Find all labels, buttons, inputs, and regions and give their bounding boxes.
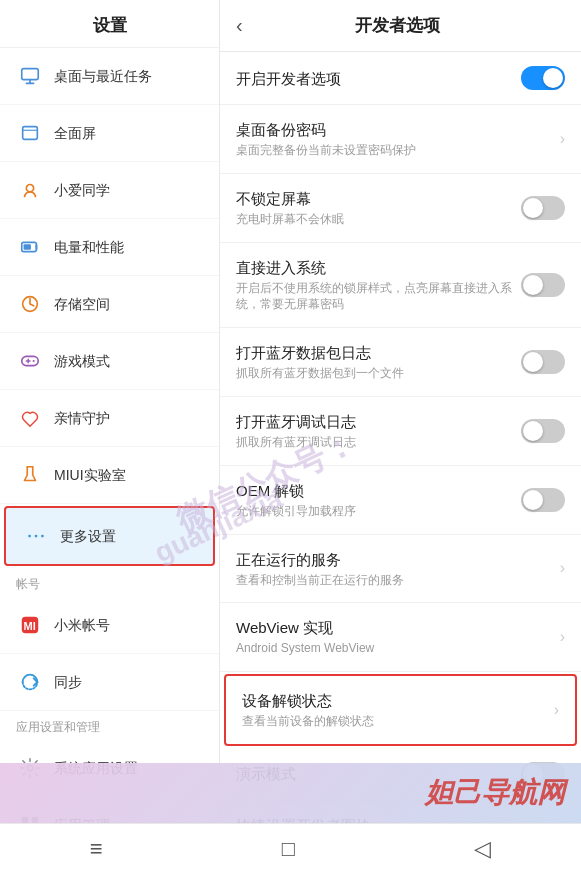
desktop-icon xyxy=(16,62,44,90)
xiaoai-icon xyxy=(16,176,44,204)
item-subtitle: 充电时屏幕不会休眠 xyxy=(236,211,521,228)
back-nav-button[interactable]: ≡ xyxy=(60,828,133,870)
list-item-running-services[interactable]: 正在运行的服务 查看和控制当前正在运行的服务 › xyxy=(220,535,581,604)
item-subtitle: 查看当前设备的解锁状态 xyxy=(242,713,550,730)
page-title: 开发者选项 xyxy=(255,14,541,37)
more-icon xyxy=(22,522,50,550)
item-subtitle: 抓取所有蓝牙数据包到一个文件 xyxy=(236,365,521,382)
sidebar-item-fullscreen[interactable]: 全面屏 xyxy=(0,105,219,162)
item-subtitle: 开启后不使用系统的锁屏样式，点亮屏幕直接进入系统，常要无屏幕密码 xyxy=(236,280,521,314)
list-item-direct-system[interactable]: 直接进入系统 开启后不使用系统的锁屏样式，点亮屏幕直接进入系统，常要无屏幕密码 xyxy=(220,243,581,329)
svg-rect-1 xyxy=(23,127,38,140)
svg-text:MI: MI xyxy=(24,620,36,632)
item-subtitle: Android System WebView xyxy=(236,640,556,657)
toggle-direct-system[interactable] xyxy=(521,273,565,297)
account-section-label: 帐号 xyxy=(0,568,219,597)
recents-nav-button[interactable]: ◁ xyxy=(444,828,521,870)
sidebar-item-desktop[interactable]: 桌面与最近任务 xyxy=(0,48,219,105)
item-subtitle: 查看和控制当前正在运行的服务 xyxy=(236,572,556,589)
svg-point-7 xyxy=(33,360,35,362)
bottom-nav: ≡ □ ◁ xyxy=(0,823,581,873)
content-list: 开启开发者选项 桌面备份密码 桌面完整备份当前未设置密码保护 xyxy=(220,52,581,823)
toggle-bluetooth-debug[interactable] xyxy=(521,419,565,443)
sidebar-item-label: 亲情守护 xyxy=(54,409,110,427)
sidebar-item-storage[interactable]: 存储空间 xyxy=(0,276,219,333)
svg-point-8 xyxy=(28,535,31,538)
lab-icon xyxy=(16,461,44,489)
list-item-unlock-screen[interactable]: 不锁定屏幕 充电时屏幕不会休眠 xyxy=(220,174,581,243)
sidebar-item-label: 桌面与最近任务 xyxy=(54,67,152,85)
item-title: WebView 实现 xyxy=(236,617,556,638)
item-subtitle: 允许解锁引导加载程序 xyxy=(236,503,521,520)
item-title: 设备解锁状态 xyxy=(242,690,550,711)
item-title: 打开蓝牙数据包日志 xyxy=(236,342,521,363)
back-button[interactable]: ‹ xyxy=(236,14,243,37)
bottom-watermark-text: 妲己导航网 xyxy=(425,774,565,812)
content-panel: ‹ 开发者选项 开启开发者选项 xyxy=(220,0,581,823)
item-title: 桌面备份密码 xyxy=(236,119,556,140)
svg-rect-0 xyxy=(22,69,39,80)
list-item-oem-unlock[interactable]: OEM 解锁 允许解锁引导加载程序 xyxy=(220,466,581,535)
sidebar: 设置 桌面与最近任务 xyxy=(0,0,220,823)
chevron-icon: › xyxy=(560,130,565,148)
sidebar-item-label: 全面屏 xyxy=(54,124,96,142)
toggle-bluetooth-log[interactable] xyxy=(521,350,565,374)
svg-point-2 xyxy=(26,185,33,192)
battery-icon xyxy=(16,233,44,261)
bottom-watermark: 妲己导航网 xyxy=(0,763,581,823)
sync-icon xyxy=(16,668,44,696)
sidebar-item-label: 小米帐号 xyxy=(54,616,110,634)
sidebar-item-mi-account[interactable]: MI 小米帐号 xyxy=(0,597,219,654)
list-item-enable-dev[interactable]: 开启开发者选项 xyxy=(220,52,581,105)
list-item-device-unlock[interactable]: 设备解锁状态 查看当前设备的解锁状态 › xyxy=(224,674,577,746)
sidebar-item-more[interactable]: 更多设置 xyxy=(4,506,215,566)
toggle-oem-unlock[interactable] xyxy=(521,488,565,512)
list-item-webview[interactable]: WebView 实现 Android System WebView › xyxy=(220,603,581,672)
item-subtitle: 桌面完整备份当前未设置密码保护 xyxy=(236,142,556,159)
svg-rect-4 xyxy=(24,244,31,250)
toggle-enable-dev[interactable] xyxy=(521,66,565,90)
sidebar-item-miui[interactable]: MIUI实验室 xyxy=(0,447,219,504)
mi-icon: MI xyxy=(16,611,44,639)
item-subtitle: 抓取所有蓝牙调试日志 xyxy=(236,434,521,451)
sidebar-item-label: 小爱同学 xyxy=(54,181,110,199)
sidebar-item-label: 同步 xyxy=(54,673,82,691)
sidebar-item-label: 更多设置 xyxy=(60,527,116,545)
item-title: 不锁定屏幕 xyxy=(236,188,521,209)
chevron-icon: › xyxy=(554,701,559,719)
list-item-bluetooth-log[interactable]: 打开蓝牙数据包日志 抓取所有蓝牙数据包到一个文件 xyxy=(220,328,581,397)
item-title: 打开蓝牙调试日志 xyxy=(236,411,521,432)
sidebar-item-game[interactable]: 游戏模式 xyxy=(0,333,219,390)
storage-icon xyxy=(16,290,44,318)
sidebar-item-label: 电量和性能 xyxy=(54,238,124,256)
chevron-icon: › xyxy=(560,628,565,646)
content-header: ‹ 开发者选项 xyxy=(220,0,581,52)
item-title: OEM 解锁 xyxy=(236,480,521,501)
sidebar-item-label: MIUI实验室 xyxy=(54,466,126,484)
svg-point-9 xyxy=(35,535,38,538)
toggle-unlock-screen[interactable] xyxy=(521,196,565,220)
item-title: 正在运行的服务 xyxy=(236,549,556,570)
sidebar-header: 设置 xyxy=(0,0,219,48)
chevron-icon: › xyxy=(560,559,565,577)
sidebar-item-family[interactable]: 亲情守护 xyxy=(0,390,219,447)
list-item-bluetooth-debug[interactable]: 打开蓝牙调试日志 抓取所有蓝牙调试日志 xyxy=(220,397,581,466)
sidebar-item-battery[interactable]: 电量和性能 xyxy=(0,219,219,276)
list-item-desktop-backup[interactable]: 桌面备份密码 桌面完整备份当前未设置密码保护 › xyxy=(220,105,581,174)
game-icon xyxy=(16,347,44,375)
item-title: 开启开发者选项 xyxy=(236,68,521,89)
item-title: 直接进入系统 xyxy=(236,257,521,278)
sidebar-item-xiaoai[interactable]: 小爱同学 xyxy=(0,162,219,219)
fullscreen-icon xyxy=(16,119,44,147)
family-icon xyxy=(16,404,44,432)
sidebar-item-label: 存储空间 xyxy=(54,295,110,313)
sidebar-item-label: 游戏模式 xyxy=(54,352,110,370)
app-section-label: 应用设置和管理 xyxy=(0,711,219,740)
sidebar-item-sync[interactable]: 同步 xyxy=(0,654,219,711)
home-nav-button[interactable]: □ xyxy=(252,828,325,870)
svg-point-10 xyxy=(41,535,44,538)
